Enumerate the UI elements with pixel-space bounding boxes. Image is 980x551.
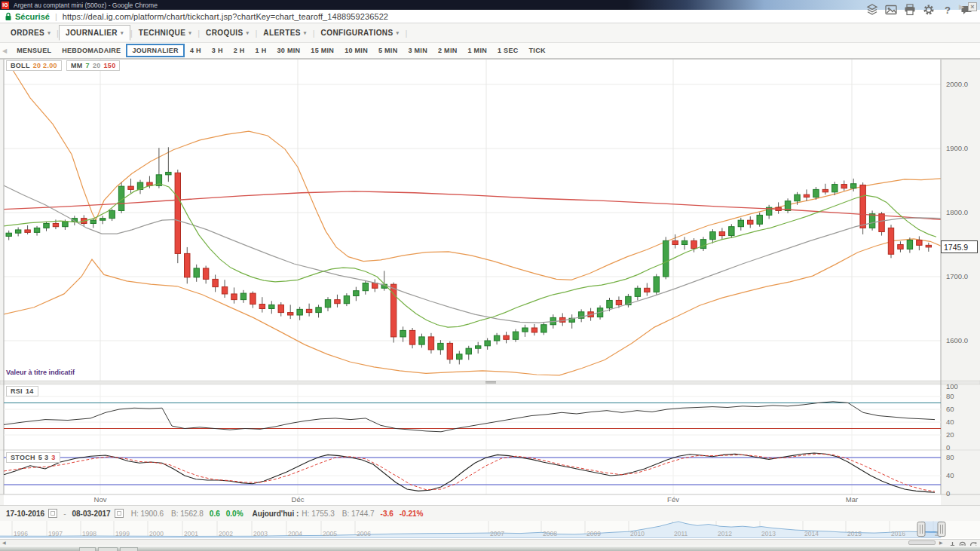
mm-indicator-label[interactable]: MM720150 [66,60,120,71]
axis-label: 60 [946,405,954,413]
menu-item-label: CONFIGURATIONS [321,29,394,37]
calendar-icon[interactable] [48,509,57,518]
chevron-down-icon: ▾ [247,30,250,36]
timeframe-15min[interactable]: 15 MIN [305,44,339,57]
menu-item-configurations[interactable]: CONFIGURATIONS▾ [315,26,406,40]
axis-label: 100 [946,382,958,390]
bollinger-indicator-label[interactable]: BOLL20 2.00 [6,60,62,71]
timeframe-2h[interactable]: 2 H [228,44,250,57]
today-high: H: 1755.3 [302,510,334,518]
axis-label: 2000.0 [946,80,968,88]
axis-label: 80 [946,392,954,400]
date-range-dash: - [63,510,66,518]
image-icon[interactable] [885,4,897,16]
timeframe-scroll-right-icon[interactable]: ▶ [959,3,964,11]
year-label: 2007 [490,530,504,537]
today-label: Aujourd'hui : [253,510,299,518]
layers-icon[interactable] [866,4,878,16]
today-change: -3.6 [381,510,394,518]
axis-label: 1700.0 [946,272,968,280]
svg-text:?: ? [945,5,951,16]
rsi-indicator-label[interactable]: RSI14 [6,386,38,396]
menu-item-label: ALERTES [263,29,300,37]
menu-item-ordres[interactable]: ORDRES▾ [5,26,57,40]
year-label: 2004 [288,530,302,537]
help-icon[interactable]: ? [942,4,954,16]
timeframe-mensuel[interactable]: MENSUEL [11,44,57,57]
menu-item-journalier[interactable]: JOURNALIER▾ [59,25,130,41]
url-text[interactable]: https://deal.ig.com/platform/chart/tickc… [63,12,388,21]
close-icon[interactable]: × [968,2,977,11]
timeframe-scroll-left-icon[interactable]: ◀ [2,47,7,54]
window-titlebar: IG Argent au comptant mini (500oz) - Goo… [0,0,980,10]
calendar-icon[interactable] [115,509,124,518]
chevron-down-icon: ▾ [397,30,400,36]
gear-icon[interactable] [923,4,935,16]
year-label: 2016 [891,530,905,537]
year-label: 2006 [357,530,371,537]
timeframe-5min[interactable]: 5 MIN [373,44,403,57]
overview-timeline[interactable]: 1996199719981999200020012002200320042005… [0,521,980,546]
menu-item-alertes[interactable]: ALERTES▾ [257,26,312,40]
taskbar-item [98,547,118,551]
year-label: 2000 [149,530,164,537]
timeframe-10min[interactable]: 10 MIN [339,44,373,57]
month-label: Mar [846,495,858,504]
address-bar: Sécurisé | https://deal.ig.com/platform/… [0,10,980,23]
stoch-params: 5 3 [38,454,48,461]
today-low: B: 1744.7 [342,510,375,518]
printer-icon[interactable] [904,4,916,16]
timeframe-tick[interactable]: TICK [524,44,551,57]
month-label: Fév [667,495,679,504]
timeframe-1h[interactable]: 1 H [250,44,272,57]
menu-item-technique[interactable]: TECHNIQUE▾ [133,26,198,40]
date-to[interactable]: 08-03-2017 [72,510,111,518]
taskbar-item [79,547,96,551]
menu-item-label: JOURNALIER [66,29,118,37]
year-label: 2014 [804,530,819,537]
boll-name: BOLL [11,62,30,69]
date-from[interactable]: 17-10-2016 [6,510,44,518]
period-change-pct: 0.0% [226,510,243,518]
axis-label: 1900.0 [946,144,968,152]
timeframe-30min[interactable]: 30 MIN [272,44,306,57]
year-label: 2011 [674,530,688,537]
period-low: B: 1562.8 [171,510,204,518]
timeframe-3min[interactable]: 3 MIN [403,44,433,57]
mm-fast: 7 [86,62,90,69]
year-label: 2003 [253,530,268,537]
chevron-down-icon: ▾ [47,30,51,36]
menu-item-label: TECHNIQUE [139,29,186,37]
timeframe-1sec[interactable]: 1 SEC [492,44,524,57]
axis-label: 80 [946,453,954,461]
timeframe-journalier[interactable]: JOURNALIER [126,44,185,57]
mm-name: MM [71,62,83,69]
year-label: 2001 [184,530,198,537]
timeframe-1min[interactable]: 1 MIN [463,44,493,57]
main-chart: 2000.01900.01800.01700.01600.01008060402… [0,59,980,506]
current-price-box: 1745.9 [941,240,978,253]
axis-label: 1800.0 [946,208,968,216]
range-handle-left[interactable] [917,522,925,537]
timeframe-hebdomadaire[interactable]: HEBDOMADAIRE [57,44,126,57]
stoch-indicator-label[interactable]: STOCH5 33 [6,452,60,463]
axis-label: 0 [946,443,950,452]
disclaimer-text: Valeur à titre indicatif [6,369,75,376]
timeframe-2min[interactable]: 2 MIN [433,44,463,57]
timeframe-bar: ◀ MENSUELHEBDOMADAIREJOURNALIER4 H3 H2 H… [0,43,980,59]
range-handle-right[interactable] [938,522,945,537]
timeframe-3h[interactable]: 3 H [207,44,228,57]
year-label: 2013 [761,530,776,537]
timeframe-4h[interactable]: 4 H [185,44,207,57]
url-separator: | [55,12,57,21]
year-label: 1999 [115,530,130,537]
axis-label: 40 [946,471,954,479]
period-high: H: 1900.6 [131,510,164,518]
menu-item-croquis[interactable]: CROQUIS▾ [200,26,255,40]
month-label: Nov [94,495,107,504]
menu-bar: ORDRES▾|JOURNALIER▾|TECHNIQUE▾|CROQUIS▾|… [0,23,980,43]
year-label: 2005 [323,530,337,537]
mm-slow: 150 [104,62,116,69]
today-change-pct: -0.21% [400,510,424,518]
taskbar-edge [0,546,980,551]
